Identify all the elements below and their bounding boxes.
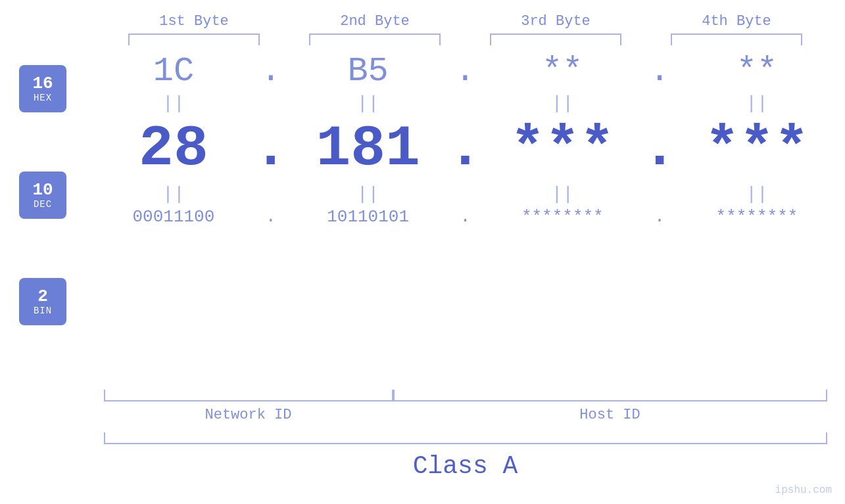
hex-val-1: 1C: [108, 52, 239, 91]
dec-dot-1: .: [258, 116, 284, 181]
bracket-byte-1: [128, 34, 260, 45]
host-id-bracket: Host ID: [393, 390, 827, 423]
bin-val-2: 10110101: [302, 207, 434, 227]
values-area: 1C . B5 . ** . ** || || || || 28: [85, 52, 845, 227]
class-label: Class A: [413, 452, 518, 480]
dec-badge-number: 10: [32, 181, 53, 200]
top-brackets: [104, 34, 827, 45]
eq2-3: ||: [496, 184, 628, 204]
byte-3-label: 3rd Byte: [490, 13, 621, 30]
byte-1-label: 1st Byte: [128, 13, 260, 30]
eq2-1: ||: [108, 184, 239, 204]
bin-badge-number: 2: [37, 287, 48, 306]
bin-val-1: 00011100: [108, 207, 239, 227]
bin-dot-2: .: [452, 207, 478, 227]
network-id-label: Network ID: [205, 407, 291, 423]
hex-dot-3: .: [646, 52, 673, 91]
badges-column: 16 HEX 10 DEC 2 BIN: [0, 52, 85, 384]
hex-dot-1: .: [258, 52, 284, 91]
bracket-byte-4: [671, 34, 802, 45]
dec-val-2: 181: [302, 116, 434, 181]
eq2-4: ||: [691, 184, 823, 204]
dec-val-1: 28: [108, 116, 239, 181]
bottom-section: Network ID Host ID: [104, 390, 827, 423]
bin-dot-1: .: [258, 207, 284, 227]
host-bracket-line: [393, 390, 827, 401]
dec-dot-3: .: [646, 116, 673, 181]
bracket-byte-3: [490, 34, 621, 45]
bin-row: 00011100 . 10110101 . ******** . *******…: [85, 207, 845, 227]
dec-val-4: ***: [691, 116, 823, 181]
eq-2: ||: [302, 93, 434, 114]
hex-row: 1C . B5 . ** . **: [85, 52, 845, 91]
byte-headers: 1st Byte 2nd Byte 3rd Byte 4th Byte: [104, 13, 827, 30]
main-container: 1st Byte 2nd Byte 3rd Byte 4th Byte 16 H…: [0, 0, 845, 504]
bin-dot-3: .: [646, 207, 673, 227]
host-id-label: Host ID: [579, 407, 640, 423]
byte-2-label: 2nd Byte: [309, 13, 441, 30]
bracket-byte-2: [309, 34, 441, 45]
bin-val-4: ********: [691, 207, 823, 227]
bin-badge-label: BIN: [34, 306, 52, 316]
hex-val-4: **: [691, 52, 823, 91]
dec-row: 28 . 181 . *** . ***: [85, 116, 845, 181]
network-bracket-line: [104, 390, 393, 401]
eq-4: ||: [691, 93, 823, 114]
bin-badge: 2 BIN: [19, 278, 66, 325]
eq-row-2: || || || ||: [85, 184, 845, 204]
hex-val-3: **: [496, 52, 628, 91]
hex-badge-number: 16: [32, 74, 53, 93]
class-bracket-line: [104, 432, 827, 444]
network-id-bracket: Network ID: [104, 390, 393, 423]
hex-badge: 16 HEX: [19, 65, 66, 112]
eq-3: ||: [496, 93, 628, 114]
hex-badge-label: HEX: [34, 93, 52, 103]
byte-4-label: 4th Byte: [671, 13, 802, 30]
eq-row-1: || || || ||: [85, 93, 845, 114]
eq2-2: ||: [302, 184, 434, 204]
watermark: ipshu.com: [775, 484, 832, 496]
hex-dot-2: .: [452, 52, 478, 91]
bottom-brackets: Network ID Host ID: [104, 390, 827, 423]
eq-1: ||: [108, 93, 239, 114]
hex-val-2: B5: [302, 52, 434, 91]
dec-dot-2: .: [452, 116, 478, 181]
content-area: 16 HEX 10 DEC 2 BIN 1C . B5 . ** . **: [0, 52, 845, 384]
dec-badge-label: DEC: [34, 199, 52, 210]
class-section: Class A: [104, 432, 827, 480]
dec-val-3: ***: [496, 116, 628, 181]
bin-val-3: ********: [496, 207, 628, 227]
dec-badge: 10 DEC: [19, 172, 66, 219]
